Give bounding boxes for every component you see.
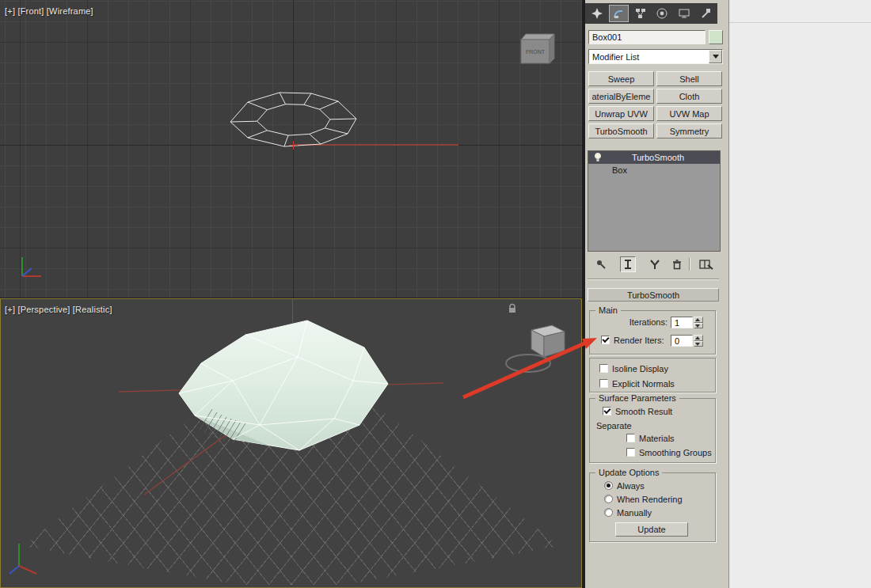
group-surface-legend: Surface Parameters [595, 393, 679, 403]
show-end-result-button[interactable] [620, 256, 636, 272]
render-iters-label: Render Iters: [614, 336, 664, 345]
tab-modify[interactable] [609, 5, 629, 22]
stack-item-label[interactable]: TurboSmooth [617, 153, 720, 162]
object-name-field[interactable]: Box001 [588, 30, 706, 44]
update-button[interactable]: Update [615, 522, 688, 537]
stack-item-box[interactable]: Box [588, 164, 720, 176]
modifier-button-uvw-map[interactable]: UVW Map [656, 106, 722, 121]
utilities-icon [699, 7, 712, 20]
separate-label: Separate [596, 421, 632, 431]
modifier-list-value[interactable]: Modifier List [588, 49, 723, 64]
iterations-spinner[interactable] [694, 317, 703, 328]
group-main-legend: Main [595, 305, 621, 315]
modifier-list-dropdown[interactable]: Modifier List [588, 49, 723, 64]
spinner-up-icon[interactable] [694, 335, 703, 341]
pin-stack-button[interactable] [593, 256, 609, 272]
smoothing-groups-checkbox[interactable] [626, 448, 635, 457]
command-panel: Box001 Modifier List Sweep Shell aterial… [585, 0, 728, 588]
materials-label: Materials [639, 434, 675, 443]
isoline-display-label: Isoline Display [612, 364, 668, 374]
render-iters-checkbox[interactable] [601, 336, 610, 344]
show-end-result-icon [622, 258, 634, 271]
smooth-result-label: Smooth Result [615, 407, 672, 416]
make-unique-button[interactable] [647, 256, 663, 272]
smooth-result-checkbox[interactable] [603, 407, 611, 415]
materials-checkbox[interactable] [626, 434, 635, 442]
trash-icon [671, 258, 683, 271]
explicit-normals-checkbox[interactable] [599, 379, 608, 388]
modifier-button-grid: Sweep Shell aterialByEleme Cloth Unwrap … [588, 71, 723, 138]
object-color-swatch[interactable] [709, 30, 723, 44]
spinner-up-icon[interactable] [694, 317, 703, 323]
viewcube-front-label: FRONT [526, 49, 546, 55]
render-iters-field[interactable]: 0 [671, 335, 693, 347]
modifier-button-unwrap-uvw[interactable]: Unwrap UVW [588, 106, 654, 121]
modifier-button-cloth[interactable]: Cloth [656, 89, 722, 104]
modifier-button-material-by-element[interactable]: aterialByEleme [588, 89, 654, 104]
lightbulb-icon[interactable] [593, 152, 603, 163]
iterations-label: Iterations: [598, 317, 668, 327]
lock-icon [507, 303, 518, 314]
turbosmoothed-box-object[interactable] [173, 314, 402, 472]
toolbar-divider [689, 258, 690, 271]
empty-workspace-area [728, 0, 871, 588]
viewport-front-label[interactable]: [+] [Front] [Wireframe] [5, 6, 93, 16]
create-icon [591, 7, 603, 20]
tab-hierarchy[interactable] [630, 5, 651, 22]
group-update-options: Update Options Always When Rendering Man… [589, 472, 716, 542]
front-red-x-axis [294, 144, 458, 146]
modifier-list-drop-button[interactable] [709, 50, 722, 63]
modify-icon [612, 7, 625, 20]
rollout-header-turbosmooth[interactable]: TurboSmooth [588, 288, 719, 302]
front-axis-tripod-icon [14, 249, 49, 284]
hierarchy-icon [634, 7, 647, 20]
tab-create[interactable] [587, 5, 607, 22]
stack-toolbar [588, 256, 723, 272]
tab-utilities[interactable] [696, 5, 717, 22]
viewport-front[interactable]: [+] [Front] [Wireframe] FRONT [0, 0, 582, 298]
always-label: Always [617, 481, 645, 491]
workspace-top-line [729, 22, 871, 23]
viewcube-front[interactable]: FRONT [515, 30, 557, 68]
panel-divider [588, 279, 719, 280]
always-radio[interactable] [604, 481, 613, 490]
configure-modifier-sets-button[interactable] [696, 256, 717, 272]
modifier-button-turbosmooth[interactable]: TurboSmooth [588, 123, 654, 138]
modifier-button-sweep[interactable]: Sweep [588, 71, 654, 86]
group-surface-parameters: Surface Parameters Smooth Result Separat… [589, 398, 716, 463]
when-rendering-radio[interactable] [604, 495, 613, 503]
command-panel-tabs [585, 3, 717, 24]
stack-item-turbosmooth[interactable]: TurboSmooth [588, 151, 720, 164]
group-main: Main Iterations: 1 Render Iters: 0 [589, 310, 716, 355]
display-icon [678, 7, 690, 20]
render-iters-spinner[interactable] [694, 335, 703, 347]
isoline-display-checkbox[interactable] [599, 364, 608, 373]
modifier-button-symmetry[interactable]: Symmetry [656, 123, 722, 138]
manually-label: Manually [617, 508, 652, 518]
chevron-down-icon [713, 55, 719, 59]
modifier-stack[interactable]: TurboSmooth Box [588, 150, 721, 252]
group-update-legend: Update Options [595, 468, 662, 477]
viewcube-perspective[interactable] [503, 322, 566, 377]
explicit-normals-label: Explicit Normals [612, 379, 675, 389]
make-unique-icon [648, 258, 661, 271]
smoothing-groups-label: Smoothing Groups [639, 448, 712, 457]
configure-sets-icon [698, 258, 714, 271]
spinner-down-icon[interactable] [694, 341, 703, 347]
modifier-button-shell[interactable]: Shell [656, 71, 722, 86]
spinner-down-icon[interactable] [694, 323, 703, 329]
3dsmax-window: [+] [Front] [Wireframe] FRONT [0, 0, 871, 588]
motion-icon [656, 7, 668, 20]
tab-motion[interactable] [652, 5, 673, 22]
remove-modifier-button[interactable] [669, 256, 685, 272]
iterations-field[interactable]: 1 [671, 317, 693, 328]
when-rendering-label: When Rendering [617, 495, 683, 504]
viewport-perspective-label[interactable]: [+] [Perspective] [Realistic] [5, 305, 112, 314]
group-display-options: Isoline Display Explicit Normals [589, 358, 716, 393]
viewport-perspective[interactable]: [+] [Perspective] [Realistic] [0, 298, 582, 588]
manually-radio[interactable] [604, 508, 613, 517]
tab-display[interactable] [674, 5, 694, 22]
pin-icon [595, 258, 607, 271]
pivot-gizmo [289, 141, 298, 150]
